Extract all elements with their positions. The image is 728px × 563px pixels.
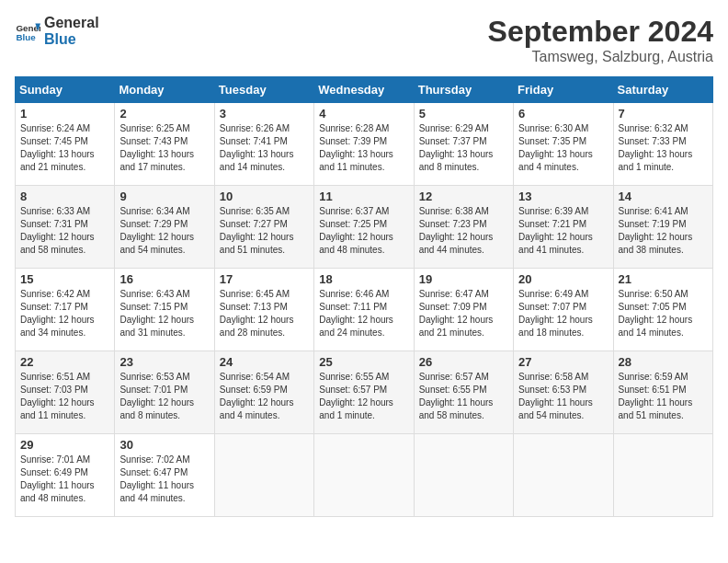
col-monday: Monday <box>115 77 214 103</box>
day-number: 23 <box>119 355 209 369</box>
title-area: September 2024 Tamsweg, Salzburg, Austri… <box>488 15 713 65</box>
day-detail: Sunrise: 6:55 AMSunset: 6:57 PMDaylight:… <box>319 371 408 422</box>
calendar-cell: 20Sunrise: 6:49 AMSunset: 7:07 PMDayligh… <box>514 269 613 351</box>
day-detail: Sunrise: 6:35 AMSunset: 7:27 PMDaylight:… <box>220 205 309 257</box>
day-number: 2 <box>119 107 209 121</box>
day-detail: Sunrise: 6:47 AMSunset: 7:09 PMDaylight:… <box>419 288 508 339</box>
col-tuesday: Tuesday <box>214 77 313 103</box>
calendar-cell <box>613 434 712 517</box>
calendar-cell: 26Sunrise: 6:57 AMSunset: 6:55 PMDayligh… <box>414 351 513 434</box>
calendar-cell: 18Sunrise: 6:46 AMSunset: 7:11 PMDayligh… <box>314 269 414 351</box>
day-number: 1 <box>20 107 109 121</box>
day-number: 12 <box>419 190 508 203</box>
day-number: 15 <box>20 272 109 286</box>
calendar-cell: 2Sunrise: 6:25 AMSunset: 7:43 PMDaylight… <box>115 103 214 186</box>
day-detail: Sunrise: 6:25 AMSunset: 7:43 PMDaylight:… <box>119 122 209 174</box>
svg-text:Blue: Blue <box>16 31 36 41</box>
calendar-cell: 12Sunrise: 6:38 AMSunset: 7:23 PMDayligh… <box>414 186 513 269</box>
day-number: 3 <box>220 107 309 121</box>
day-detail: Sunrise: 6:49 AMSunset: 7:07 PMDaylight:… <box>518 288 608 339</box>
day-detail: Sunrise: 6:54 AMSunset: 6:59 PMDaylight:… <box>220 371 309 422</box>
day-detail: Sunrise: 6:33 AMSunset: 7:31 PMDaylight:… <box>20 205 109 257</box>
day-detail: Sunrise: 6:30 AMSunset: 7:35 PMDaylight:… <box>518 122 608 174</box>
calendar-cell: 21Sunrise: 6:50 AMSunset: 7:05 PMDayligh… <box>613 269 712 351</box>
logo: General Blue General Blue <box>15 15 99 47</box>
calendar-cell: 28Sunrise: 6:59 AMSunset: 6:51 PMDayligh… <box>613 351 712 434</box>
calendar-week-row: 1Sunrise: 6:24 AMSunset: 7:45 PMDaylight… <box>16 103 713 186</box>
calendar-cell: 3Sunrise: 6:26 AMSunset: 7:41 PMDaylight… <box>214 103 313 186</box>
calendar-cell <box>214 434 313 517</box>
day-number: 7 <box>619 107 708 121</box>
calendar-cell: 11Sunrise: 6:37 AMSunset: 7:25 PMDayligh… <box>314 186 414 269</box>
day-number: 21 <box>619 272 708 286</box>
calendar-cell: 9Sunrise: 6:34 AMSunset: 7:29 PMDaylight… <box>115 186 214 269</box>
day-detail: Sunrise: 6:28 AMSunset: 7:39 PMDaylight:… <box>319 122 408 174</box>
col-saturday: Saturday <box>613 77 712 103</box>
calendar-week-row: 15Sunrise: 6:42 AMSunset: 7:17 PMDayligh… <box>16 269 713 351</box>
day-detail: Sunrise: 6:58 AMSunset: 6:53 PMDaylight:… <box>518 371 608 422</box>
calendar-cell: 30Sunrise: 7:02 AMSunset: 6:47 PMDayligh… <box>115 434 214 517</box>
day-detail: Sunrise: 6:43 AMSunset: 7:15 PMDaylight:… <box>119 288 209 339</box>
calendar-cell <box>314 434 414 517</box>
calendar-week-row: 29Sunrise: 7:01 AMSunset: 6:49 PMDayligh… <box>16 434 713 517</box>
day-detail: Sunrise: 6:50 AMSunset: 7:05 PMDaylight:… <box>619 288 708 339</box>
calendar-cell: 23Sunrise: 6:53 AMSunset: 7:01 PMDayligh… <box>115 351 214 434</box>
calendar-cell <box>414 434 513 517</box>
calendar-cell: 24Sunrise: 6:54 AMSunset: 6:59 PMDayligh… <box>214 351 313 434</box>
calendar-cell: 14Sunrise: 6:41 AMSunset: 7:19 PMDayligh… <box>613 186 712 269</box>
day-number: 9 <box>119 190 209 203</box>
calendar-cell: 5Sunrise: 6:29 AMSunset: 7:37 PMDaylight… <box>414 103 513 186</box>
calendar-cell: 16Sunrise: 6:43 AMSunset: 7:15 PMDayligh… <box>115 269 214 351</box>
day-detail: Sunrise: 6:26 AMSunset: 7:41 PMDaylight:… <box>220 122 309 174</box>
day-number: 11 <box>319 190 408 203</box>
calendar-cell: 1Sunrise: 6:24 AMSunset: 7:45 PMDaylight… <box>16 103 115 186</box>
day-number: 25 <box>319 355 408 369</box>
calendar-week-row: 8Sunrise: 6:33 AMSunset: 7:31 PMDaylight… <box>16 186 713 269</box>
day-number: 14 <box>619 190 708 203</box>
calendar-cell: 8Sunrise: 6:33 AMSunset: 7:31 PMDaylight… <box>16 186 115 269</box>
calendar-cell: 27Sunrise: 6:58 AMSunset: 6:53 PMDayligh… <box>514 351 613 434</box>
day-number: 22 <box>20 355 109 369</box>
day-number: 20 <box>518 272 608 286</box>
day-detail: Sunrise: 6:53 AMSunset: 7:01 PMDaylight:… <box>119 371 209 422</box>
col-wednesday: Wednesday <box>314 77 414 103</box>
day-number: 16 <box>119 272 209 286</box>
calendar-cell: 7Sunrise: 6:32 AMSunset: 7:33 PMDaylight… <box>613 103 712 186</box>
day-number: 4 <box>319 107 408 121</box>
col-thursday: Thursday <box>414 77 513 103</box>
day-detail: Sunrise: 6:39 AMSunset: 7:21 PMDaylight:… <box>518 205 608 257</box>
day-detail: Sunrise: 6:41 AMSunset: 7:19 PMDaylight:… <box>619 205 708 257</box>
calendar-cell: 15Sunrise: 6:42 AMSunset: 7:17 PMDayligh… <box>16 269 115 351</box>
day-detail: Sunrise: 6:46 AMSunset: 7:11 PMDaylight:… <box>319 288 408 339</box>
col-friday: Friday <box>514 77 613 103</box>
col-sunday: Sunday <box>16 77 115 103</box>
logo-general: General <box>44 15 99 31</box>
day-number: 24 <box>220 355 309 369</box>
day-detail: Sunrise: 6:24 AMSunset: 7:45 PMDaylight:… <box>20 122 109 174</box>
day-number: 27 <box>518 355 608 369</box>
day-number: 26 <box>419 355 508 369</box>
month-title: September 2024 <box>488 15 713 49</box>
calendar-table: Sunday Monday Tuesday Wednesday Thursday… <box>15 76 713 517</box>
day-number: 8 <box>20 190 109 203</box>
calendar-cell: 25Sunrise: 6:55 AMSunset: 6:57 PMDayligh… <box>314 351 414 434</box>
calendar-cell: 19Sunrise: 6:47 AMSunset: 7:09 PMDayligh… <box>414 269 513 351</box>
calendar-cell <box>514 434 613 517</box>
calendar-cell: 29Sunrise: 7:01 AMSunset: 6:49 PMDayligh… <box>16 434 115 517</box>
calendar-cell: 22Sunrise: 6:51 AMSunset: 7:03 PMDayligh… <box>16 351 115 434</box>
calendar-week-row: 22Sunrise: 6:51 AMSunset: 7:03 PMDayligh… <box>16 351 713 434</box>
day-detail: Sunrise: 7:02 AMSunset: 6:47 PMDaylight:… <box>119 454 209 505</box>
calendar-cell: 6Sunrise: 6:30 AMSunset: 7:35 PMDaylight… <box>514 103 613 186</box>
day-number: 6 <box>518 107 608 121</box>
calendar-cell: 10Sunrise: 6:35 AMSunset: 7:27 PMDayligh… <box>214 186 313 269</box>
day-detail: Sunrise: 6:51 AMSunset: 7:03 PMDaylight:… <box>20 371 109 422</box>
day-number: 30 <box>119 438 209 452</box>
day-detail: Sunrise: 6:37 AMSunset: 7:25 PMDaylight:… <box>319 205 408 257</box>
day-detail: Sunrise: 6:59 AMSunset: 6:51 PMDaylight:… <box>619 371 708 422</box>
day-detail: Sunrise: 6:38 AMSunset: 7:23 PMDaylight:… <box>419 205 508 257</box>
day-detail: Sunrise: 6:34 AMSunset: 7:29 PMDaylight:… <box>119 205 209 257</box>
day-detail: Sunrise: 7:01 AMSunset: 6:49 PMDaylight:… <box>20 454 109 505</box>
day-detail: Sunrise: 6:57 AMSunset: 6:55 PMDaylight:… <box>419 371 508 422</box>
day-number: 19 <box>419 272 508 286</box>
calendar-cell: 13Sunrise: 6:39 AMSunset: 7:21 PMDayligh… <box>514 186 613 269</box>
